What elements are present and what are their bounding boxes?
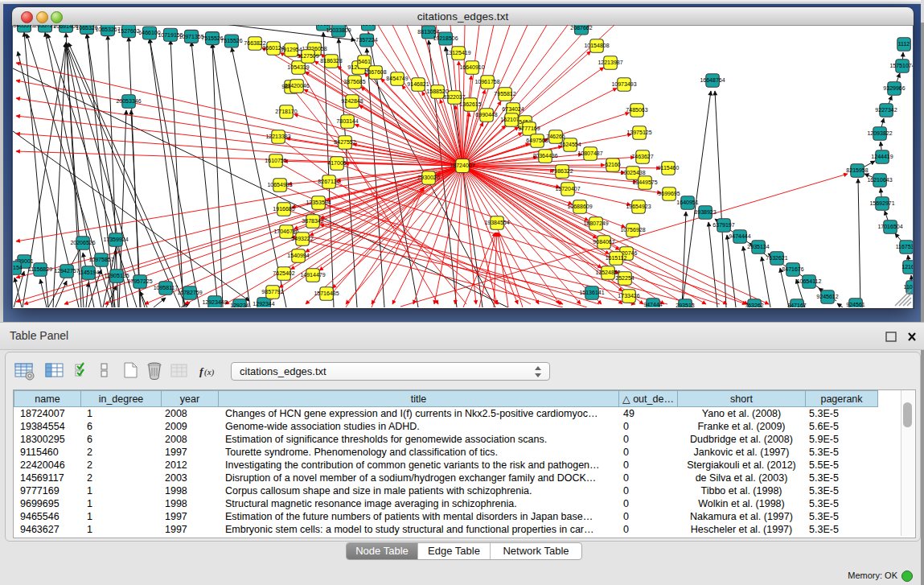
svg-text:924561: 924561	[846, 302, 864, 307]
svg-text:1610755: 1610755	[265, 158, 286, 163]
svg-text:1540994: 1540994	[287, 253, 309, 258]
svg-text:9127509: 9127509	[297, 53, 318, 59]
svg-text:12213383: 12213383	[265, 134, 290, 139]
svg-text:1167534: 1167534	[896, 244, 913, 249]
svg-text:10154808: 10154808	[584, 43, 609, 48]
svg-text:1640951: 1640951	[676, 200, 698, 205]
svg-text:10807487: 10807487	[577, 150, 602, 156]
svg-text:1527602: 1527602	[117, 28, 139, 34]
svg-text:12353594: 12353594	[306, 200, 331, 205]
svg-text:9912: 9912	[317, 25, 330, 27]
svg-text:12213987: 12213987	[598, 60, 622, 65]
svg-text:62160: 62160	[605, 162, 621, 167]
svg-text:10654112: 10654112	[797, 278, 822, 284]
svg-text:5461: 5461	[358, 59, 371, 64]
svg-text:9699695: 9699695	[658, 191, 680, 196]
svg-text:17359924: 17359924	[103, 237, 128, 242]
svg-text:12923448: 12923448	[202, 299, 227, 305]
svg-text:8186328: 8186328	[320, 58, 342, 64]
svg-text:19384554: 19384554	[484, 220, 509, 225]
svg-text:6379197: 6379197	[713, 222, 734, 228]
svg-text:8471676: 8471676	[782, 266, 803, 272]
svg-text:10975857: 10975857	[88, 257, 113, 262]
svg-text:10971355: 10971355	[179, 34, 203, 39]
svg-text:9084067: 9084067	[593, 239, 614, 245]
svg-text:2718170: 2718170	[275, 109, 297, 114]
svg-text:9146821: 9146821	[407, 81, 429, 87]
svg-text:1145194: 1145194	[78, 270, 100, 275]
svg-text:7986322: 7986322	[551, 168, 573, 174]
svg-text:15720407: 15720407	[555, 186, 580, 192]
svg-text:13975125: 13975125	[626, 130, 651, 135]
svg-text:7803144: 7803144	[336, 118, 358, 124]
svg-text:15716485: 15716485	[314, 290, 339, 296]
svg-text:8427552: 8427552	[334, 139, 355, 145]
svg-text:19654923: 19654923	[626, 204, 651, 209]
svg-text:8454749: 8454749	[386, 76, 408, 81]
svg-text:10688609: 10688609	[567, 204, 592, 209]
svg-text:110753: 110753	[904, 284, 913, 290]
svg-text:13449575: 13449575	[632, 179, 657, 185]
svg-text:7463627: 7463627	[631, 154, 653, 159]
svg-text:763262: 763262	[745, 303, 763, 307]
svg-text:3624554: 3624554	[559, 142, 581, 147]
svg-text:11156829: 11156829	[28, 266, 52, 272]
svg-text:20364436: 20364436	[532, 153, 557, 159]
svg-text:9777169: 9777169	[518, 126, 540, 131]
svg-text:18724007: 18724007	[450, 163, 474, 168]
svg-text:9329966: 9329966	[883, 85, 905, 91]
svg-text:1733426: 1733426	[618, 293, 639, 299]
svg-text:16210643: 16210643	[867, 177, 892, 183]
svg-text:7485063: 7485063	[626, 107, 647, 113]
svg-text:20691406: 20691406	[53, 25, 78, 29]
svg-text:(x): (x)	[204, 367, 215, 377]
svg-text:16648764: 16648764	[700, 77, 725, 83]
svg-text:17957225: 17957225	[127, 278, 152, 284]
svg-text:7357224: 7357224	[355, 37, 377, 43]
svg-text:12905135: 12905135	[104, 273, 129, 278]
svg-text:947444: 947444	[643, 302, 662, 307]
svg-text:13524855: 13524855	[595, 270, 620, 275]
svg-text:15692971: 15692971	[869, 200, 894, 206]
svg-text:19218506: 19218506	[433, 35, 458, 41]
svg-text:6497568: 6497568	[526, 138, 548, 143]
svg-text:7955812: 7955812	[494, 91, 515, 97]
svg-text:2935134: 2935134	[747, 244, 769, 249]
svg-text:6990448: 6990448	[475, 112, 497, 117]
svg-text:10756928: 10756928	[620, 227, 645, 233]
svg-text:1615112: 1615112	[606, 255, 627, 261]
svg-text:17016504: 17016504	[877, 224, 902, 229]
svg-text:10973493: 10973493	[611, 81, 636, 87]
svg-text:1588520: 1588520	[426, 89, 448, 94]
svg-text:1244419: 1244419	[871, 154, 893, 159]
svg-text:1292344: 1292344	[253, 301, 274, 307]
svg-text:10961758: 10961758	[474, 79, 499, 84]
svg-text:3875685: 3875685	[343, 79, 365, 84]
svg-text:8405572: 8405572	[13, 25, 35, 28]
svg-text:3912954: 3912954	[280, 47, 302, 52]
svg-text:15751074: 15751074	[889, 63, 913, 68]
svg-text:5493222: 5493222	[291, 236, 313, 241]
svg-text:14914479: 14914479	[300, 272, 325, 278]
svg-text:7515526: 7515526	[220, 38, 242, 43]
svg-text:16640910: 16640910	[459, 64, 484, 70]
svg-text:10958117: 10958117	[154, 285, 179, 290]
svg-text:7625402: 7625402	[273, 270, 294, 276]
svg-text:9474444: 9474444	[729, 233, 750, 239]
svg-text:10654983: 10654983	[267, 182, 292, 187]
svg-text:847167: 847167	[787, 303, 806, 307]
svg-text:8813054: 8813054	[417, 29, 439, 35]
svg-text:9857791: 9857791	[261, 289, 283, 295]
svg-text:18807249: 18807249	[583, 220, 608, 226]
svg-text:12093822: 12093822	[867, 130, 892, 136]
svg-text:20206526: 20206526	[70, 240, 95, 245]
svg-text:7632621: 7632621	[766, 255, 787, 261]
svg-text:16782759: 16782759	[177, 290, 202, 295]
svg-text:9115460: 9115460	[658, 165, 680, 171]
svg-text:746266: 746266	[546, 134, 565, 139]
svg-text:293513: 293513	[676, 303, 694, 307]
svg-text:6734024: 6734024	[502, 106, 524, 112]
svg-text:417006: 417006	[327, 160, 346, 166]
svg-text:8322037: 8322037	[443, 94, 465, 100]
svg-text:15136141: 15136141	[579, 290, 604, 295]
